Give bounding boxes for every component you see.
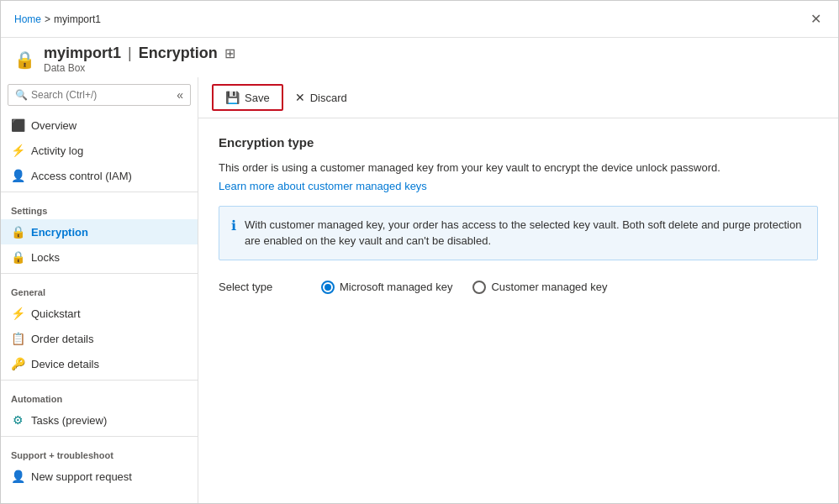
sidebar-item-quickstart[interactable]: ⚡ Quickstart [1, 301, 198, 326]
sidebar-item-label: New support request [31, 470, 132, 483]
info-text: This order is using a customer managed k… [219, 160, 818, 192]
sidebar: 🔍 « ⬛ Overview ⚡ Activity log 👤 Access c… [1, 77, 198, 504]
sidebar-item-label: Locks [31, 251, 60, 264]
title-separator: | [128, 45, 132, 62]
overview-icon: ⬛ [11, 118, 24, 132]
breadcrumb-sep: > [45, 13, 50, 25]
sidebar-item-label: Encryption [31, 226, 88, 239]
sidebar-item-label: Device details [31, 358, 99, 370]
title-bar: 🔒 myimport1 | Encryption ⊞ Data Box [1, 38, 838, 77]
radio-microsoft[interactable]: Microsoft managed key [321, 281, 452, 294]
section-general: General [1, 277, 198, 301]
save-icon: 💾 [225, 91, 240, 104]
section-automation: Automation [1, 384, 198, 407]
sidebar-item-tasks[interactable]: ⚙ Tasks (preview) [1, 407, 198, 433]
search-box[interactable]: 🔍 « [8, 84, 191, 106]
page-title: Encryption [139, 45, 218, 62]
select-type-row: Select type Microsoft managed key Custom… [219, 281, 818, 294]
device-details-icon: 🔑 [11, 357, 24, 370]
search-input[interactable] [31, 89, 173, 101]
save-button[interactable]: 💾 Save [212, 84, 283, 111]
sidebar-item-label: Activity log [31, 144, 83, 157]
sidebar-item-label: Overview [31, 119, 77, 132]
pin-icon[interactable]: ⊞ [224, 45, 235, 61]
breadcrumb-home[interactable]: Home [14, 13, 41, 25]
radio-customer[interactable]: Customer managed key [472, 281, 607, 294]
radio-group: Microsoft managed key Customer managed k… [321, 281, 607, 294]
activity-log-icon: ⚡ [11, 144, 24, 157]
sidebar-item-locks[interactable]: 🔒 Locks [1, 244, 198, 270]
title-group: myimport1 | Encryption ⊞ Data Box [44, 45, 235, 74]
divider-1 [1, 192, 198, 192]
locks-icon: 🔒 [11, 250, 24, 264]
sidebar-item-label: Quickstart [31, 307, 81, 320]
main-content: 💾 Save ✕ Discard Encryption type This or… [198, 77, 838, 504]
tasks-icon: ⚙ [11, 413, 24, 427]
radio-customer-circle [472, 281, 486, 294]
info-box-text: With customer managed key, your order ha… [245, 217, 805, 249]
lock-icon: 🔒 [14, 50, 35, 70]
resource-type: Data Box [44, 62, 235, 74]
quickstart-icon: ⚡ [11, 307, 24, 320]
sidebar-item-order-details[interactable]: 📋 Order details [1, 326, 198, 351]
encryption-icon: 🔒 [11, 225, 24, 239]
sidebar-item-encryption[interactable]: 🔒 Encryption [1, 219, 198, 244]
toolbar: 💾 Save ✕ Discard [198, 77, 838, 118]
sidebar-item-device-details[interactable]: 🔑 Device details [1, 351, 198, 376]
sidebar-item-label: Order details [31, 333, 93, 345]
radio-microsoft-label: Microsoft managed key [340, 281, 452, 293]
radio-customer-label: Customer managed key [491, 281, 607, 293]
breadcrumb-current: myimport1 [54, 13, 101, 25]
section-support: Support + troubleshoot [1, 440, 198, 464]
sidebar-item-label: Access control (IAM) [31, 170, 132, 182]
radio-microsoft-circle [321, 281, 335, 294]
info-box: ℹ With customer managed key, your order … [219, 206, 818, 260]
sidebar-item-access-control[interactable]: 👤 Access control (IAM) [1, 163, 198, 188]
select-type-label: Select type [219, 281, 294, 293]
content-area: Encryption type This order is using a cu… [198, 118, 838, 311]
divider-3 [1, 380, 198, 381]
sidebar-item-label: Tasks (preview) [31, 414, 107, 427]
info-line1: This order is using a customer managed k… [219, 160, 818, 176]
close-button[interactable]: ✕ [807, 8, 825, 30]
breadcrumb: Home > myimport1 [14, 13, 101, 25]
access-control-icon: 👤 [11, 169, 24, 182]
sidebar-item-overview[interactable]: ⬛ Overview [1, 113, 198, 138]
sidebar-item-activity-log[interactable]: ⚡ Activity log [1, 138, 198, 163]
resource-name: myimport1 [44, 45, 121, 62]
learn-more-link[interactable]: Learn more about customer managed keys [219, 180, 427, 192]
section-settings: Settings [1, 196, 198, 219]
top-bar: Home > myimport1 ✕ [1, 1, 838, 38]
discard-icon: ✕ [295, 91, 305, 104]
main-layout: 🔍 « ⬛ Overview ⚡ Activity log 👤 Access c… [1, 77, 838, 504]
support-icon: 👤 [11, 470, 24, 483]
order-details-icon: 📋 [11, 332, 24, 345]
save-label: Save [245, 92, 270, 104]
collapse-button[interactable]: « [177, 88, 183, 102]
discard-label: Discard [310, 92, 347, 104]
divider-2 [1, 273, 198, 274]
info-icon: ℹ [231, 218, 236, 234]
sidebar-item-new-support[interactable]: 👤 New support request [1, 464, 198, 489]
discard-button[interactable]: ✕ Discard [283, 86, 359, 109]
search-icon: 🔍 [15, 89, 28, 101]
encryption-type-title: Encryption type [219, 135, 818, 150]
divider-4 [1, 436, 198, 437]
